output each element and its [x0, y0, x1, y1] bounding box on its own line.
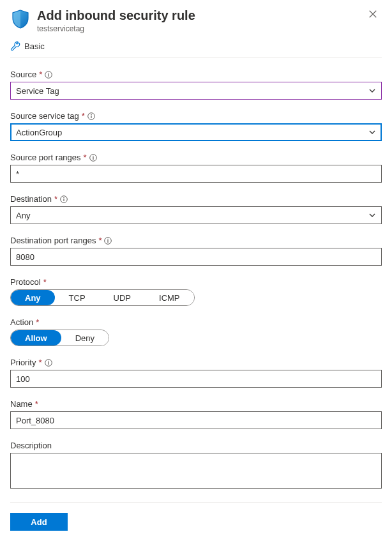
svg-point-1 [48, 72, 49, 73]
destination-select[interactable]: Any [10, 206, 382, 224]
svg-point-10 [63, 197, 64, 198]
footer-divider [10, 502, 382, 503]
source-select[interactable]: Service Tag [10, 82, 382, 100]
chevron-down-icon [368, 211, 376, 219]
required-marker: * [84, 153, 87, 162]
service-tag-label: Source service tag [10, 111, 79, 121]
priority-label: Priority [10, 358, 36, 367]
protocol-label: Protocol [10, 277, 41, 287]
source-label: Source [10, 70, 36, 79]
svg-rect-5 [91, 116, 91, 118]
priority-input[interactable] [10, 370, 382, 388]
protocol-option-udp[interactable]: UDP [100, 290, 145, 305]
chevron-down-icon [368, 128, 376, 136]
required-marker: * [82, 111, 85, 121]
destination-label: Destination [10, 194, 52, 204]
required-marker: * [35, 399, 38, 409]
svg-rect-2 [49, 74, 49, 77]
protocol-option-tcp[interactable]: TCP [55, 290, 100, 305]
page-subtitle: testservicetag [37, 24, 382, 33]
source-value: Service Tag [16, 86, 59, 96]
src-ports-label: Source port ranges [10, 153, 81, 162]
required-marker: * [98, 236, 102, 245]
info-icon[interactable] [45, 71, 52, 79]
info-icon[interactable] [89, 154, 97, 162]
svg-rect-11 [64, 199, 64, 201]
svg-point-13 [108, 238, 109, 239]
required-marker: * [39, 70, 42, 79]
destination-value: Any [16, 211, 30, 220]
svg-rect-14 [108, 240, 109, 243]
basic-toggle[interactable]: Basic [10, 33, 382, 58]
close-button[interactable] [364, 5, 382, 23]
svg-point-16 [48, 360, 49, 361]
name-input[interactable] [10, 411, 382, 429]
service-tag-value: ActionGroup [16, 128, 62, 137]
svg-point-4 [91, 114, 92, 115]
close-icon [368, 10, 377, 19]
svg-rect-8 [93, 157, 93, 160]
chevron-down-icon [368, 87, 376, 95]
action-option-allow[interactable]: Allow [11, 330, 61, 346]
info-icon[interactable] [60, 195, 68, 203]
service-tag-select[interactable]: ActionGroup [10, 123, 382, 141]
basic-label: Basic [24, 42, 45, 51]
add-button[interactable]: Add [10, 513, 68, 531]
description-label: Description [10, 441, 52, 450]
info-icon[interactable] [104, 237, 112, 245]
dst-ports-label: Destination port ranges [10, 236, 96, 245]
description-input[interactable] [10, 453, 382, 489]
src-ports-input[interactable] [10, 165, 382, 183]
protocol-group: Any TCP UDP ICMP [10, 289, 195, 306]
wrench-icon [10, 41, 20, 51]
name-label: Name [10, 399, 33, 409]
action-label: Action [10, 317, 33, 327]
svg-rect-17 [48, 362, 49, 365]
dst-ports-input[interactable] [10, 248, 382, 266]
info-icon[interactable] [87, 112, 95, 120]
action-group: Allow Deny [10, 330, 109, 346]
shield-icon [10, 9, 31, 29]
svg-point-7 [93, 155, 94, 156]
required-marker: * [43, 277, 47, 287]
protocol-option-any[interactable]: Any [11, 290, 55, 305]
required-marker: * [36, 317, 39, 327]
info-icon[interactable] [45, 359, 52, 367]
protocol-option-icmp[interactable]: ICMP [145, 290, 194, 305]
required-marker: * [54, 194, 57, 204]
action-option-deny[interactable]: Deny [61, 330, 109, 346]
page-title: Add inbound security rule [37, 8, 382, 23]
required-marker: * [38, 358, 41, 367]
